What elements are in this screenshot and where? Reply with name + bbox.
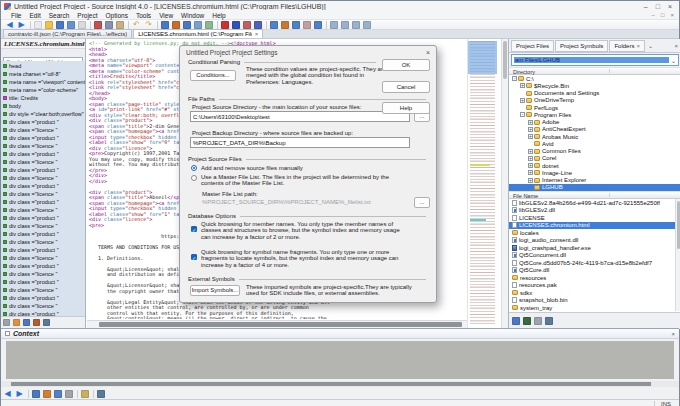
directory-tree-item[interactable]: +Adobe: [509, 119, 680, 126]
symbol-list-item[interactable]: div class ="product ": [1, 278, 85, 286]
close-icon[interactable]: ×: [671, 331, 675, 337]
list-view-icon[interactable]: [13, 319, 20, 326]
symbol-list-item[interactable]: div class ="product ": [1, 118, 85, 126]
symbol-list-item[interactable]: div class ="product ": [1, 294, 85, 302]
menu-tools[interactable]: Tools: [132, 12, 155, 20]
settings-gear-icon[interactable]: [97, 390, 105, 398]
expand-icon[interactable]: +: [528, 120, 533, 125]
menu-help[interactable]: Help: [208, 12, 229, 20]
directory-tree-item[interactable]: PerfLogs: [509, 104, 680, 111]
tile-vertical-icon[interactable]: [341, 21, 349, 29]
chevron-down-icon[interactable]: ⌄: [671, 57, 676, 64]
search-project-icon[interactable]: [270, 21, 278, 29]
expand-icon[interactable]: +: [520, 83, 525, 88]
directory-tree-item[interactable]: Documents and Settings: [509, 90, 680, 97]
symbol-list-item[interactable]: meta name ="viewport" content: [1, 78, 85, 86]
symbol-list-item[interactable]: div class ="licence ": [1, 286, 85, 294]
symbol-list-item[interactable]: div class ="product ": [1, 198, 85, 206]
close-icon[interactable]: ×: [426, 49, 430, 56]
directory-tree-item[interactable]: +Image-Line: [509, 169, 680, 176]
symbol-list-item[interactable]: div class ="product ": [1, 230, 85, 238]
unlink-icon[interactable]: [65, 390, 73, 398]
tab-close-icon[interactable]: ×: [255, 31, 259, 37]
menu-view[interactable]: View: [155, 12, 177, 20]
expand-icon[interactable]: +: [528, 149, 533, 154]
sync-to-file-icon[interactable]: [523, 317, 531, 325]
bookmark-icon[interactable]: [243, 21, 251, 29]
redo-icon[interactable]: ↷: [144, 21, 153, 29]
radio-use-master-file-list[interactable]: [191, 175, 197, 181]
symbol-list-item[interactable]: div class ="product ": [1, 262, 85, 270]
context-panel-header[interactable]: Context ×: [1, 329, 679, 339]
symbol-list-item[interactable]: div class ="licence ": [1, 126, 85, 134]
marker-icon[interactable]: [254, 21, 262, 29]
menu-search[interactable]: Search: [45, 12, 74, 20]
symbol-window-icon[interactable]: [172, 21, 180, 29]
symbol-list-item[interactable]: div class ="product ": [1, 182, 85, 190]
back-icon[interactable]: ◀: [5, 21, 14, 29]
symbol-list-item[interactable]: div class ="product ": [1, 166, 85, 174]
maximize-button[interactable]: □: [656, 2, 660, 11]
lock-icon[interactable]: [81, 390, 89, 398]
editor-vertical-scrollbar[interactable]: [501, 39, 508, 328]
call-graph-icon[interactable]: [303, 21, 311, 29]
expand-icon[interactable]: +: [520, 98, 525, 103]
undo-icon[interactable]: ↶: [132, 21, 141, 29]
directory-tree-item[interactable]: +dotnet: [509, 162, 680, 169]
file-list-item[interactable]: Qt5Core.d5dd07b5-24fc-4119-b7ca-d15e8b2e…: [509, 259, 680, 267]
menu-project[interactable]: Project: [73, 12, 101, 20]
expand-icon[interactable]: +: [528, 163, 533, 168]
expand-icon[interactable]: +: [528, 170, 533, 175]
expand-icon[interactable]: +: [528, 178, 533, 183]
minimize-button[interactable]: –: [644, 2, 648, 11]
refresh-icon[interactable]: [512, 317, 520, 325]
save-all-icon[interactable]: [67, 21, 75, 29]
symbol-list-item[interactable]: body: [1, 102, 85, 110]
symbol-list-item[interactable]: div class ="licence ": [1, 302, 85, 310]
scrollbar-thumb[interactable]: [99, 322, 462, 327]
close-icon[interactable]: ×: [674, 43, 678, 49]
file-list-icon[interactable]: [194, 21, 202, 29]
panel-tab-folders[interactable]: Folders×: [609, 40, 645, 52]
directory-column-header[interactable]: Directory: [509, 67, 680, 75]
scrollbar-thumb[interactable]: [503, 41, 507, 79]
symbol-list-item[interactable]: div class ="product ": [1, 150, 85, 158]
editor-horizontal-scrollbar[interactable]: [87, 320, 467, 328]
checkbox-quick-browse-members[interactable]: ✓: [191, 226, 197, 232]
file-list-item[interactable]: locales: [509, 229, 680, 237]
source-directory-input[interactable]: [190, 111, 410, 122]
symbol-list-item[interactable]: div class ="product ": [1, 246, 85, 254]
split-window-icon[interactable]: [363, 21, 371, 29]
expand-icon[interactable]: +: [528, 134, 533, 139]
menu-edit[interactable]: Edit: [25, 12, 44, 20]
directory-tree-item[interactable]: +Internet Explorer: [509, 177, 680, 184]
directory-tree-item[interactable]: +OneDriveTemp: [509, 97, 680, 104]
symbol-list-item[interactable]: div class ="licence ": [1, 238, 85, 246]
forward-icon[interactable]: ▶: [15, 390, 24, 398]
help-button[interactable]: Help: [382, 102, 430, 114]
reference-tree-icon[interactable]: [292, 21, 300, 29]
symbol-list-item[interactable]: div class ="product ": [1, 214, 85, 222]
group-view-icon[interactable]: [23, 319, 30, 326]
symbol-list-item[interactable]: div class ="licence ": [1, 222, 85, 230]
directory-tree-item[interactable]: +Common Files: [509, 148, 680, 155]
symbol-list-item[interactable]: div class ="licence ": [1, 158, 85, 166]
menu-window[interactable]: Window: [177, 12, 208, 20]
reference-icon[interactable]: [54, 390, 62, 398]
directory-tree-item[interactable]: Avid: [509, 140, 680, 147]
backup-directory-input[interactable]: [190, 137, 410, 148]
symbol-list-item[interactable]: div class ="licence ": [1, 254, 85, 262]
sort-alphabetic-icon[interactable]: [3, 319, 10, 326]
browse-files-icon[interactable]: [205, 21, 213, 29]
settings-gear-icon[interactable]: [43, 319, 50, 326]
symbol-list-item[interactable]: div class ="licence ": [1, 174, 85, 182]
directory-tree-item[interactable]: +Arobas Music: [509, 133, 680, 140]
browse-master-file-list-button[interactable]: ...: [414, 197, 430, 208]
expand-icon[interactable]: +: [528, 156, 533, 161]
symbol-list-item[interactable]: title: Credits: [1, 94, 85, 102]
forward-icon[interactable]: ▶: [17, 21, 26, 29]
file-list-scrollbar[interactable]: [675, 199, 680, 311]
directory-tree-item[interactable]: LGHUB: [509, 184, 680, 191]
mdi-restore-button[interactable]: □: [661, 11, 665, 20]
replace-files-icon[interactable]: [281, 21, 289, 29]
